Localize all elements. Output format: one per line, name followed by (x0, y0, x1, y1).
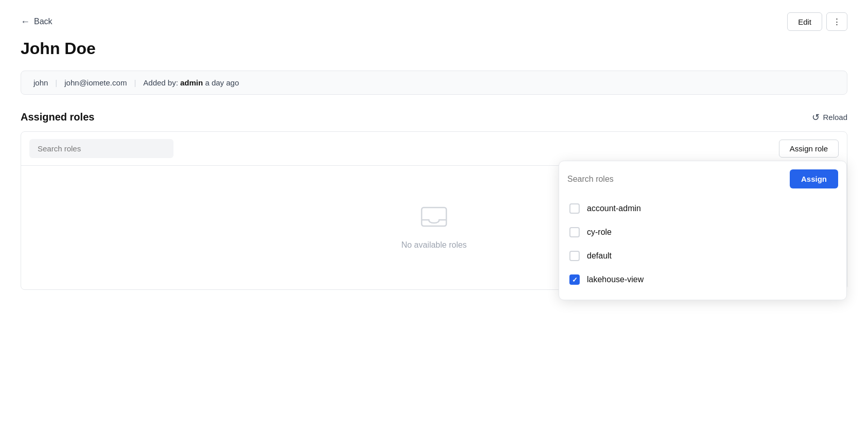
reload-label: Reload (823, 113, 847, 122)
separator-2: | (134, 78, 136, 87)
roles-panel: Assign role No available roles Assign (21, 131, 847, 290)
role-checkbox-cy-role[interactable] (569, 227, 580, 237)
back-label: Back (34, 17, 53, 26)
role-label-account-admin: account-admin (587, 204, 641, 213)
empty-text: No available roles (401, 240, 466, 250)
top-bar: ← Back Edit ⋮ (21, 12, 847, 31)
list-item[interactable]: lakehouse-view (567, 268, 838, 291)
list-item[interactable]: cy-role (567, 220, 838, 244)
back-button[interactable]: ← Back (21, 16, 53, 27)
search-roles-input[interactable] (29, 139, 173, 158)
dropdown-panel: Assign account-admin cy-role default (559, 161, 847, 300)
role-checkbox-default[interactable] (569, 251, 580, 261)
username: john (33, 78, 48, 87)
email: john@iomete.com (64, 78, 127, 87)
separator-1: | (55, 78, 57, 87)
section-title: Assigned roles (21, 111, 94, 123)
page-title: John Doe (21, 39, 847, 58)
dropdown-search-row: Assign (567, 169, 838, 188)
role-label-lakehouse-view: lakehouse-view (587, 275, 644, 284)
user-info-bar: john | john@iomete.com | Added by: admin… (21, 71, 847, 95)
role-label-default: default (587, 251, 612, 261)
reload-icon: ↺ (812, 112, 820, 123)
role-checkbox-account-admin[interactable] (569, 203, 580, 214)
role-checkbox-lakehouse-view[interactable] (569, 274, 580, 285)
empty-inbox-icon (420, 205, 448, 232)
assign-role-button[interactable]: Assign role (779, 140, 839, 158)
dropdown-search-input[interactable] (567, 173, 784, 186)
list-item[interactable]: account-admin (567, 197, 838, 220)
list-item[interactable]: default (567, 244, 838, 268)
top-actions: Edit ⋮ (787, 12, 847, 31)
added-info: Added by: admin a day ago (143, 78, 239, 87)
more-button[interactable]: ⋮ (826, 12, 847, 31)
reload-button[interactable]: ↺ Reload (812, 112, 847, 123)
back-arrow-icon: ← (21, 16, 30, 27)
role-label-cy-role: cy-role (587, 228, 612, 237)
role-list: account-admin cy-role default lakehouse-… (567, 197, 838, 291)
assign-confirm-button[interactable]: Assign (790, 169, 838, 188)
section-header: Assigned roles ↺ Reload (21, 111, 847, 123)
edit-button[interactable]: Edit (787, 12, 822, 31)
